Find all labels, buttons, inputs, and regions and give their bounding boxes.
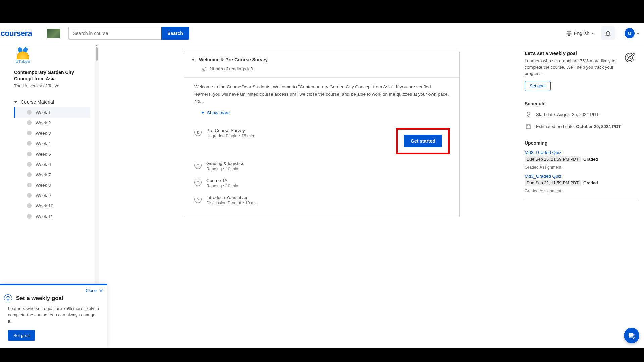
sidebar-item-week[interactable]: Week 5	[14, 149, 90, 159]
university-name: The University of Tokyo	[14, 83, 90, 88]
sidebar-item-week[interactable]: Week 4	[14, 138, 90, 149]
close-icon	[99, 288, 103, 293]
lesson-item[interactable]: ≡Grading & logisticsReading • 10 min	[194, 158, 450, 175]
svg-point-5	[528, 113, 529, 114]
upcoming-item: Md3_Graded QuizDue Sep 22, 11:59 PM PDTG…	[525, 174, 637, 193]
upcoming-list: Md2_Graded QuizDue Sep 15, 11:59 PM PDTG…	[525, 150, 637, 193]
sidebar-item-week[interactable]: Week 8	[14, 180, 90, 190]
user-menu[interactable]: U	[625, 28, 639, 38]
lesson-header[interactable]: Welcome & Pre-Course Survey	[184, 51, 459, 64]
week-label: Week 8	[36, 183, 51, 188]
chat-fab[interactable]	[624, 328, 639, 343]
time-value: 20 min	[209, 66, 223, 71]
upcoming-meta: Due Sep 15, 11:59 PM PDTGradedGraded Ass…	[525, 156, 637, 170]
sidebar-item-week[interactable]: Week 9	[14, 190, 90, 201]
show-more-button[interactable]: Show more	[184, 107, 459, 121]
header-divider-2	[620, 28, 620, 38]
progress-dot-icon	[27, 162, 32, 167]
assignment-type: Graded Assignment	[525, 189, 561, 193]
week-label: Week 6	[36, 162, 51, 167]
popup-title: Set a weekly goal	[16, 295, 63, 302]
chevron-down-icon	[201, 112, 204, 114]
show-more-label: Show more	[207, 110, 230, 115]
end-date-label: Estimated end date:	[536, 124, 576, 129]
sidebar-item-week[interactable]: Week 2	[14, 118, 90, 128]
lesson-title: Welcome & Pre-Course Survey	[199, 57, 268, 62]
progress-dot-icon	[27, 110, 32, 115]
lesson-time-left: 20 min of readings left	[184, 64, 459, 77]
sidebar-item-week[interactable]: Week 1	[14, 107, 90, 118]
progress-dot-icon	[27, 120, 32, 125]
utokyo-icon	[17, 49, 29, 59]
avatar: U	[625, 28, 635, 38]
weekly-goal-desc: Learners who set a goal are 75% more lik…	[525, 58, 621, 77]
chevron-down-icon	[14, 101, 17, 103]
chevron-down-icon	[192, 59, 195, 61]
lesson-item-meta: Reading • 10 min	[206, 167, 450, 171]
popup-set-goal-button[interactable]: Set goal	[8, 330, 35, 341]
sidebar-item-week[interactable]: Week 11	[14, 211, 90, 222]
university-logo[interactable]: UTokyo	[14, 49, 32, 65]
notifications-button[interactable]	[601, 26, 615, 40]
lesson-item[interactable]: ≡Course TAReading • 10 min	[194, 175, 450, 192]
lesson-card: Welcome & Pre-Course Survey 20 min of re…	[184, 51, 460, 217]
search-wrap: Search	[68, 27, 189, 40]
weekly-goal-title: Let's set a weekly goal	[525, 51, 621, 56]
sidebar-content: UTokyo Contemporary Garden City Concept …	[0, 44, 99, 222]
week-label: Week 2	[36, 120, 51, 125]
start-date-label: Start date:	[536, 112, 557, 117]
reading-icon	[202, 66, 207, 71]
progress-dot-icon	[27, 131, 32, 135]
weekly-goal-block: Let's set a weekly goal Learners who set…	[525, 51, 637, 77]
progress-dot-icon	[27, 183, 32, 187]
progress-dot-icon	[27, 172, 32, 177]
lesson-item-meta: Ungraded Plugin • 15 min	[206, 134, 391, 138]
letterbox-top	[0, 0, 644, 23]
header: coursera Search English U	[0, 23, 644, 44]
target-icon	[624, 51, 637, 63]
upcoming-meta: Due Sep 22, 11:59 PM PDTGradedGraded Ass…	[525, 180, 637, 193]
reading-icon: ≡	[194, 162, 202, 169]
lesson-item[interactable]: ◐Pre-Course SurveyUngraded Plugin • 15 m…	[194, 125, 450, 158]
graded-label: Graded	[583, 181, 598, 185]
popup-close-button[interactable]: Close	[0, 285, 107, 293]
progress-dot-icon	[27, 193, 32, 198]
search-button[interactable]: Search	[161, 27, 189, 40]
progress-dot-icon	[27, 141, 32, 146]
scroll-up-icon[interactable]: ▲	[95, 44, 99, 47]
course-material-toggle[interactable]: Course Material	[14, 99, 90, 105]
lesson-item-title: Pre-Course Survey	[206, 128, 391, 133]
end-date-row: Estimated end date: October 20, 2024 PDT	[525, 123, 637, 130]
lesson-item[interactable]: ✎Introduce YourselvesDiscussion Prompt •…	[194, 192, 450, 209]
lesson-item-meta: Discussion Prompt • 10 min	[206, 201, 450, 205]
upcoming-title: Upcoming	[525, 140, 637, 146]
week-label: Week 3	[36, 131, 51, 136]
progress-dot-icon	[27, 152, 32, 156]
assignment-type: Graded Assignment	[525, 165, 561, 170]
schedule-title: Schedule	[525, 101, 637, 106]
sidebar-item-week[interactable]: Week 10	[14, 201, 90, 211]
lesson-item-title: Introduce Yourselves	[206, 195, 450, 200]
language-selector[interactable]: English	[563, 28, 597, 38]
time-label: of readings left	[224, 66, 253, 71]
set-goal-button[interactable]: Set goal	[525, 81, 551, 91]
sidebar-item-week[interactable]: Week 3	[14, 128, 90, 138]
upcoming-quiz-link[interactable]: Md3_Graded Quiz	[525, 174, 637, 179]
get-started-button[interactable]: Get started	[404, 135, 442, 147]
course-thumbnail[interactable]	[47, 29, 60, 38]
svg-rect-6	[526, 125, 530, 129]
sidebar-item-week[interactable]: Week 6	[14, 159, 90, 170]
upcoming-quiz-link[interactable]: Md2_Graded Quiz	[525, 150, 637, 155]
bell-icon	[605, 30, 611, 37]
course-title: Contemporary Garden City Concept from As…	[14, 69, 90, 82]
week-label: Week 10	[36, 203, 53, 208]
lesson-item-meta: Reading • 10 min	[206, 184, 450, 188]
sidebar-item-week[interactable]: Week 7	[14, 170, 90, 180]
week-label: Week 5	[36, 152, 51, 157]
pin-icon	[525, 111, 532, 118]
chevron-down-icon	[637, 33, 639, 34]
search-input[interactable]	[68, 27, 161, 40]
coursera-logo[interactable]: coursera	[0, 29, 37, 38]
scrollbar-thumb[interactable]	[96, 47, 98, 61]
end-date-value: October 20, 2024 PDT	[576, 124, 621, 129]
